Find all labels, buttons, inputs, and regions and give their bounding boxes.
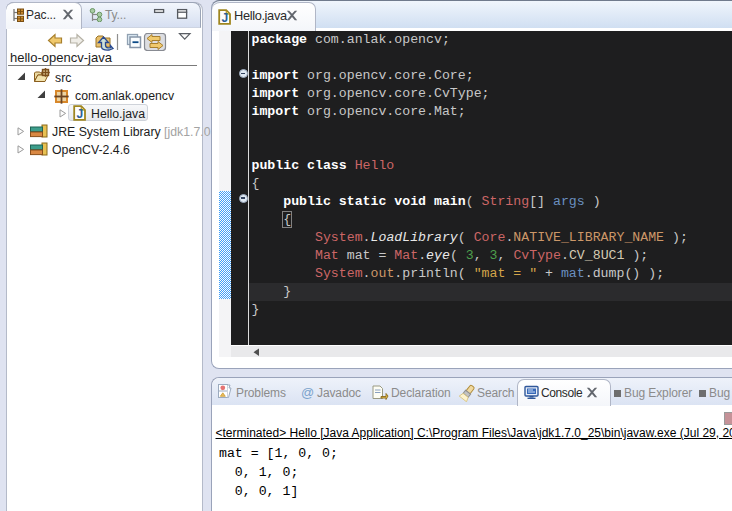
svg-text:J: J: [76, 107, 83, 121]
svg-text:J: J: [222, 11, 229, 25]
